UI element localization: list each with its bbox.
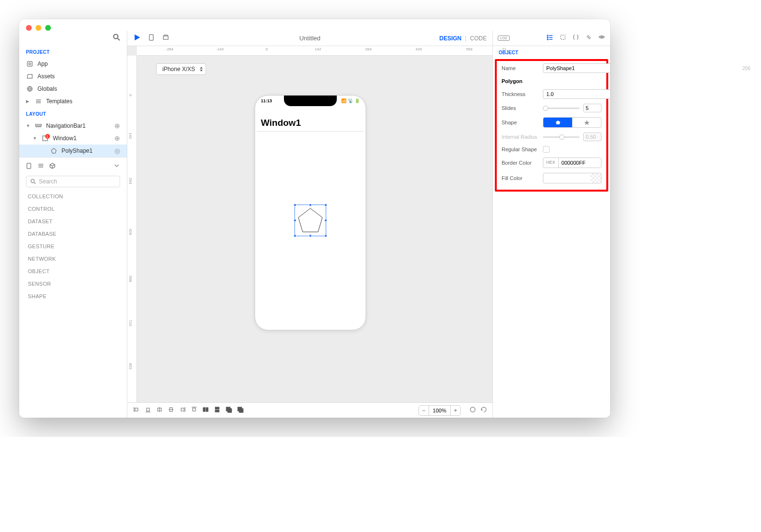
- horizontal-ruler[interactable]: -284-142014228442656871: [137, 46, 492, 56]
- shape-polygon-option[interactable]: [543, 118, 572, 127]
- regular-shape-checkbox[interactable]: [543, 146, 550, 153]
- rotate-icon: [480, 406, 487, 413]
- layout-item-polyshape[interactable]: PolyShape1 ◎: [19, 145, 127, 157]
- minimize-window-button[interactable]: [36, 25, 41, 31]
- library-search-input[interactable]: Search: [26, 176, 120, 187]
- fill-color-input[interactable]: [543, 173, 590, 183]
- library-tab-list[interactable]: [37, 162, 44, 171]
- item-target-icon[interactable]: ◎: [114, 147, 120, 155]
- shape-star-option[interactable]: [572, 118, 601, 127]
- add-button[interactable]: ⊕: [114, 134, 120, 142]
- device-icon: [147, 34, 155, 41]
- slides-value-input[interactable]: [583, 104, 601, 112]
- device-button[interactable]: [147, 34, 155, 43]
- resize-handle[interactable]: [294, 219, 296, 222]
- maximize-window-button[interactable]: [45, 25, 51, 31]
- send-back-button[interactable]: [225, 406, 232, 415]
- inspector-tab-code[interactable]: [572, 34, 579, 43]
- align-center-h-button[interactable]: [156, 406, 163, 415]
- name-input[interactable]: [543, 63, 610, 73]
- inspector-toolbar: LOG: [493, 31, 610, 46]
- layout-item-window[interactable]: ▼ 1 Window1 ⊕: [19, 132, 127, 145]
- design-mode-tab[interactable]: DESIGN: [440, 35, 462, 42]
- thickness-input[interactable]: [543, 89, 610, 99]
- play-icon: [133, 34, 141, 41]
- library-category[interactable]: SENSOR: [19, 278, 127, 290]
- shape-toggle[interactable]: [543, 117, 601, 128]
- library-category[interactable]: SHAPE: [19, 290, 127, 302]
- orientation-button[interactable]: [480, 406, 487, 415]
- resize-handle[interactable]: [324, 234, 327, 237]
- slides-slider[interactable]: [543, 108, 579, 109]
- svg-marker-48: [556, 121, 560, 124]
- property-label: Name: [502, 65, 539, 71]
- resize-handle[interactable]: [324, 219, 327, 222]
- border-color-input[interactable]: [559, 158, 601, 168]
- run-button[interactable]: [133, 34, 141, 43]
- resize-handle[interactable]: [324, 204, 327, 206]
- align-top-button[interactable]: [191, 406, 197, 415]
- design-canvas[interactable]: iPhone X/XS 11:13 📶 📡 🔋 Window1: [137, 56, 492, 402]
- code-mode-tab[interactable]: CODE: [470, 35, 487, 42]
- property-label: Shape: [502, 120, 539, 125]
- align-bottom-button[interactable]: [145, 406, 151, 415]
- library-category[interactable]: OBJECT: [19, 265, 127, 278]
- library-category[interactable]: NETWORK: [19, 253, 127, 265]
- resize-handle[interactable]: [294, 234, 296, 237]
- project-item-templates[interactable]: ▶ Templates: [19, 95, 127, 108]
- distribute-h-button[interactable]: [202, 406, 209, 415]
- property-label: Internal Radius: [502, 134, 539, 140]
- add-button[interactable]: ⊕: [114, 122, 120, 130]
- resize-handle[interactable]: [294, 204, 296, 206]
- zoom-out-button[interactable]: −: [419, 406, 429, 415]
- bring-front-button[interactable]: [237, 406, 244, 415]
- globals-icon: [26, 85, 34, 93]
- resize-handle[interactable]: [309, 234, 312, 237]
- resize-handle[interactable]: [309, 204, 312, 206]
- sidebar-search-button[interactable]: [19, 31, 127, 46]
- inspector-tab-preview[interactable]: [598, 34, 605, 43]
- align-bottom-icon: [145, 406, 151, 413]
- vertical-ruler[interactable]: 0142284426568710852: [127, 56, 137, 402]
- disclosure-triangle-icon[interactable]: ▼: [33, 136, 37, 141]
- svg-point-39: [470, 407, 475, 412]
- library-category[interactable]: COLLECTION: [19, 190, 127, 203]
- project-item-assets[interactable]: Assets: [19, 70, 127, 83]
- library-collapse-button[interactable]: [113, 162, 120, 171]
- disclosure-triangle-icon[interactable]: ▶: [26, 99, 31, 104]
- layout-item-navigationbar[interactable]: ▼ NavigationBar1 ⊕: [19, 120, 127, 132]
- fill-color-swatch[interactable]: [590, 173, 601, 183]
- zoom-in-button[interactable]: +: [451, 406, 460, 415]
- library-category[interactable]: GESTURE: [19, 240, 127, 253]
- selection-box[interactable]: [295, 205, 326, 236]
- archive-button[interactable]: [162, 34, 170, 43]
- align-right-button[interactable]: [179, 406, 186, 415]
- distribute-v-button[interactable]: [214, 406, 221, 415]
- device-selector[interactable]: iPhone X/XS: [156, 63, 206, 75]
- inspector-tab-actions[interactable]: [585, 34, 592, 43]
- align-left-button[interactable]: [133, 406, 140, 415]
- close-window-button[interactable]: [26, 25, 32, 31]
- property-border-color: Border Color HEX: [497, 155, 606, 170]
- library-category[interactable]: DATABASE: [19, 228, 127, 240]
- log-button[interactable]: LOG: [498, 36, 510, 41]
- fit-button[interactable]: [469, 406, 476, 415]
- document-title: Untitled: [299, 35, 320, 42]
- property-shape: Shape: [497, 115, 606, 130]
- archive-icon: [162, 34, 170, 41]
- svg-point-47: [601, 36, 602, 38]
- inspector-tab-properties[interactable]: [546, 34, 553, 43]
- property-name: Name 206: [497, 61, 606, 75]
- project-item-app[interactable]: App: [19, 58, 127, 70]
- svg-rect-36: [228, 409, 232, 412]
- library-category[interactable]: CONTROL: [19, 203, 127, 215]
- library-tab-screens[interactable]: [26, 162, 33, 171]
- align-center-v-button[interactable]: [168, 406, 174, 415]
- inspector-tab-layout[interactable]: [559, 34, 566, 43]
- library-category[interactable]: DATASET: [19, 215, 127, 228]
- property-fill-color: Fill Color: [497, 170, 606, 186]
- project-item-globals[interactable]: Globals: [19, 83, 127, 95]
- library-tab-objects[interactable]: [49, 162, 56, 171]
- property-label: Fill Color: [502, 175, 539, 181]
- disclosure-triangle-icon[interactable]: ▼: [26, 123, 31, 128]
